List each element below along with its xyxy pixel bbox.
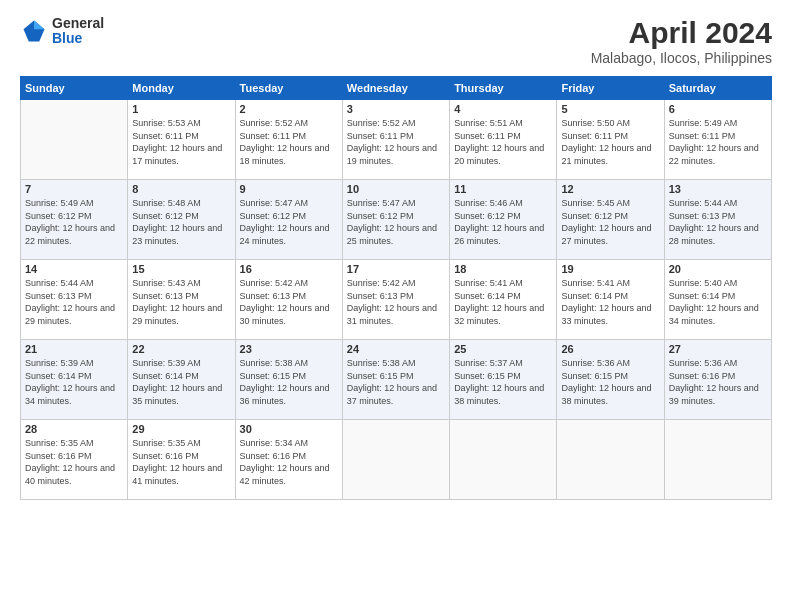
svg-marker-1: [34, 21, 45, 30]
day-info: Sunrise: 5:38 AMSunset: 6:15 PMDaylight:…: [240, 357, 338, 407]
table-row: 30Sunrise: 5:34 AMSunset: 6:16 PMDayligh…: [235, 420, 342, 500]
table-row: 27Sunrise: 5:36 AMSunset: 6:16 PMDayligh…: [664, 340, 771, 420]
day-info: Sunrise: 5:34 AMSunset: 6:16 PMDaylight:…: [240, 437, 338, 487]
day-info: Sunrise: 5:36 AMSunset: 6:15 PMDaylight:…: [561, 357, 659, 407]
day-number: 20: [669, 263, 767, 275]
day-info: Sunrise: 5:44 AMSunset: 6:13 PMDaylight:…: [669, 197, 767, 247]
day-number: 1: [132, 103, 230, 115]
day-info: Sunrise: 5:41 AMSunset: 6:14 PMDaylight:…: [454, 277, 552, 327]
day-number: 17: [347, 263, 445, 275]
day-info: Sunrise: 5:53 AMSunset: 6:11 PMDaylight:…: [132, 117, 230, 167]
table-row: 14Sunrise: 5:44 AMSunset: 6:13 PMDayligh…: [21, 260, 128, 340]
table-row: 24Sunrise: 5:38 AMSunset: 6:15 PMDayligh…: [342, 340, 449, 420]
day-number: 18: [454, 263, 552, 275]
table-row: 11Sunrise: 5:46 AMSunset: 6:12 PMDayligh…: [450, 180, 557, 260]
table-row: 21Sunrise: 5:39 AMSunset: 6:14 PMDayligh…: [21, 340, 128, 420]
col-sunday: Sunday: [21, 77, 128, 100]
table-row: 5Sunrise: 5:50 AMSunset: 6:11 PMDaylight…: [557, 100, 664, 180]
day-number: 24: [347, 343, 445, 355]
calendar-row: 7Sunrise: 5:49 AMSunset: 6:12 PMDaylight…: [21, 180, 772, 260]
table-row: 29Sunrise: 5:35 AMSunset: 6:16 PMDayligh…: [128, 420, 235, 500]
table-row: [342, 420, 449, 500]
col-tuesday: Tuesday: [235, 77, 342, 100]
day-info: Sunrise: 5:35 AMSunset: 6:16 PMDaylight:…: [25, 437, 123, 487]
table-row: 7Sunrise: 5:49 AMSunset: 6:12 PMDaylight…: [21, 180, 128, 260]
day-info: Sunrise: 5:41 AMSunset: 6:14 PMDaylight:…: [561, 277, 659, 327]
calendar-row: 14Sunrise: 5:44 AMSunset: 6:13 PMDayligh…: [21, 260, 772, 340]
location: Malabago, Ilocos, Philippines: [591, 50, 772, 66]
day-info: Sunrise: 5:42 AMSunset: 6:13 PMDaylight:…: [347, 277, 445, 327]
day-number: 26: [561, 343, 659, 355]
title-section: April 2024 Malabago, Ilocos, Philippines: [591, 16, 772, 66]
table-row: 23Sunrise: 5:38 AMSunset: 6:15 PMDayligh…: [235, 340, 342, 420]
month-title: April 2024: [591, 16, 772, 50]
day-number: 5: [561, 103, 659, 115]
day-number: 16: [240, 263, 338, 275]
day-number: 7: [25, 183, 123, 195]
day-info: Sunrise: 5:52 AMSunset: 6:11 PMDaylight:…: [240, 117, 338, 167]
day-info: Sunrise: 5:36 AMSunset: 6:16 PMDaylight:…: [669, 357, 767, 407]
table-row: 19Sunrise: 5:41 AMSunset: 6:14 PMDayligh…: [557, 260, 664, 340]
table-row: 2Sunrise: 5:52 AMSunset: 6:11 PMDaylight…: [235, 100, 342, 180]
day-info: Sunrise: 5:49 AMSunset: 6:12 PMDaylight:…: [25, 197, 123, 247]
day-info: Sunrise: 5:45 AMSunset: 6:12 PMDaylight:…: [561, 197, 659, 247]
day-info: Sunrise: 5:39 AMSunset: 6:14 PMDaylight:…: [25, 357, 123, 407]
day-info: Sunrise: 5:44 AMSunset: 6:13 PMDaylight:…: [25, 277, 123, 327]
table-row: 8Sunrise: 5:48 AMSunset: 6:12 PMDaylight…: [128, 180, 235, 260]
day-number: 13: [669, 183, 767, 195]
table-row: [21, 100, 128, 180]
day-info: Sunrise: 5:48 AMSunset: 6:12 PMDaylight:…: [132, 197, 230, 247]
day-number: 12: [561, 183, 659, 195]
table-row: 15Sunrise: 5:43 AMSunset: 6:13 PMDayligh…: [128, 260, 235, 340]
table-row: [557, 420, 664, 500]
day-number: 6: [669, 103, 767, 115]
day-number: 30: [240, 423, 338, 435]
table-row: 9Sunrise: 5:47 AMSunset: 6:12 PMDaylight…: [235, 180, 342, 260]
day-number: 10: [347, 183, 445, 195]
table-row: 26Sunrise: 5:36 AMSunset: 6:15 PMDayligh…: [557, 340, 664, 420]
logo-text: General Blue: [52, 16, 104, 47]
day-number: 9: [240, 183, 338, 195]
table-row: 28Sunrise: 5:35 AMSunset: 6:16 PMDayligh…: [21, 420, 128, 500]
table-row: 12Sunrise: 5:45 AMSunset: 6:12 PMDayligh…: [557, 180, 664, 260]
day-number: 28: [25, 423, 123, 435]
day-number: 4: [454, 103, 552, 115]
table-row: 17Sunrise: 5:42 AMSunset: 6:13 PMDayligh…: [342, 260, 449, 340]
day-info: Sunrise: 5:47 AMSunset: 6:12 PMDaylight:…: [240, 197, 338, 247]
logo-general-text: General: [52, 16, 104, 31]
col-thursday: Thursday: [450, 77, 557, 100]
calendar-table: Sunday Monday Tuesday Wednesday Thursday…: [20, 76, 772, 500]
day-number: 3: [347, 103, 445, 115]
col-friday: Friday: [557, 77, 664, 100]
logo-blue-text: Blue: [52, 31, 104, 46]
day-info: Sunrise: 5:51 AMSunset: 6:11 PMDaylight:…: [454, 117, 552, 167]
page: General Blue April 2024 Malabago, Ilocos…: [0, 0, 792, 612]
day-number: 21: [25, 343, 123, 355]
table-row: 4Sunrise: 5:51 AMSunset: 6:11 PMDaylight…: [450, 100, 557, 180]
calendar-row: 28Sunrise: 5:35 AMSunset: 6:16 PMDayligh…: [21, 420, 772, 500]
calendar-row: 21Sunrise: 5:39 AMSunset: 6:14 PMDayligh…: [21, 340, 772, 420]
table-row: 13Sunrise: 5:44 AMSunset: 6:13 PMDayligh…: [664, 180, 771, 260]
table-row: 1Sunrise: 5:53 AMSunset: 6:11 PMDaylight…: [128, 100, 235, 180]
header-row: Sunday Monday Tuesday Wednesday Thursday…: [21, 77, 772, 100]
day-info: Sunrise: 5:42 AMSunset: 6:13 PMDaylight:…: [240, 277, 338, 327]
table-row: 22Sunrise: 5:39 AMSunset: 6:14 PMDayligh…: [128, 340, 235, 420]
day-info: Sunrise: 5:52 AMSunset: 6:11 PMDaylight:…: [347, 117, 445, 167]
col-wednesday: Wednesday: [342, 77, 449, 100]
day-number: 15: [132, 263, 230, 275]
day-number: 2: [240, 103, 338, 115]
day-info: Sunrise: 5:49 AMSunset: 6:11 PMDaylight:…: [669, 117, 767, 167]
day-info: Sunrise: 5:35 AMSunset: 6:16 PMDaylight:…: [132, 437, 230, 487]
table-row: [664, 420, 771, 500]
table-row: 6Sunrise: 5:49 AMSunset: 6:11 PMDaylight…: [664, 100, 771, 180]
day-number: 22: [132, 343, 230, 355]
table-row: [450, 420, 557, 500]
table-row: 3Sunrise: 5:52 AMSunset: 6:11 PMDaylight…: [342, 100, 449, 180]
table-row: 25Sunrise: 5:37 AMSunset: 6:15 PMDayligh…: [450, 340, 557, 420]
day-number: 19: [561, 263, 659, 275]
logo-icon: [20, 17, 48, 45]
day-number: 8: [132, 183, 230, 195]
logo: General Blue: [20, 16, 104, 47]
header: General Blue April 2024 Malabago, Ilocos…: [20, 16, 772, 66]
col-monday: Monday: [128, 77, 235, 100]
